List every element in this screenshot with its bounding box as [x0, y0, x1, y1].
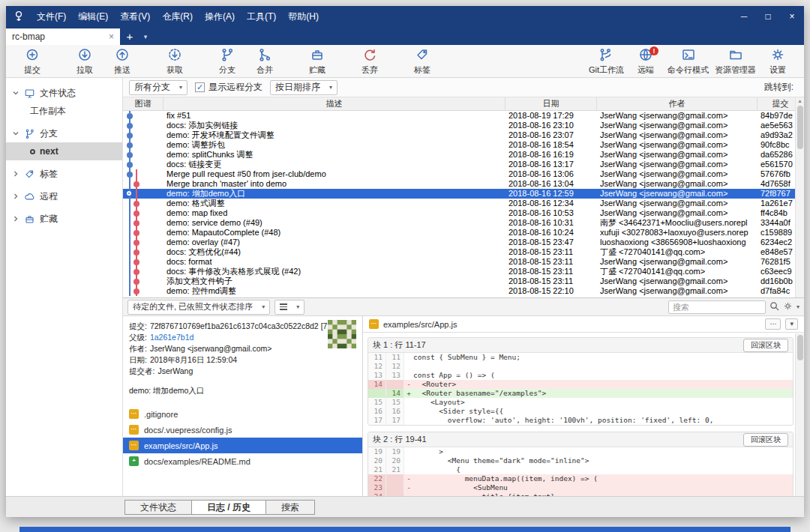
diff-scrollbar[interactable]: [795, 333, 804, 496]
scrollbar-thumb[interactable]: [797, 335, 803, 360]
commit-row[interactable]: demo: 开发环境配置文件调整 2018-08-16 23:07 JserWa…: [123, 130, 804, 140]
sidebar-section-tags[interactable]: 标签: [6, 165, 122, 183]
branch-button[interactable]: 分支: [208, 46, 246, 77]
history-scrollbar[interactable]: ▴: [795, 97, 804, 297]
sidebar-section-remotes[interactable]: 远程: [6, 187, 122, 205]
diff-line[interactable]: 11 11 const { SubMenu } = Menu;: [368, 353, 793, 362]
commit-row[interactable]: docs: 文档优化(#44) 2018-08-15 23:11 丁盛 <727…: [123, 247, 804, 257]
menu-item[interactable]: 帮助(H): [282, 6, 325, 27]
view-options-dropdown[interactable]: ▾: [274, 300, 304, 315]
menu-item[interactable]: 编辑(E): [72, 6, 114, 27]
diff-line[interactable]: 20 20 <Menu theme="dark" mode="inline">: [368, 456, 793, 465]
chevron-down-icon[interactable]: ▾: [796, 303, 800, 310]
commit-row[interactable]: demo: 增加demo入口 2018-08-16 12:59 JserWang…: [123, 189, 804, 199]
merge-button[interactable]: 合并: [246, 46, 284, 77]
column-header-description[interactable]: 描述: [164, 97, 506, 110]
diff-line[interactable]: 16 16 <Sider style={{: [368, 407, 793, 416]
file-row[interactable]: ··· docs/.vuepress/config.js: [123, 422, 362, 438]
diff-line[interactable]: 17 17 overflow: 'auto', height: '100vh',…: [368, 416, 793, 425]
menu-item[interactable]: 操作(A): [199, 6, 241, 27]
commit-row[interactable]: fix #51 2018-08-19 17:29 JserWang <jserw…: [123, 111, 804, 121]
diff-line[interactable]: 24 - title={item.text}: [368, 492, 793, 496]
commit-row[interactable]: docs: format 2018-08-15 23:11 JserWang <…: [123, 257, 804, 267]
diff-line[interactable]: 14 - <Router>: [368, 380, 793, 389]
diff-line[interactable]: 21 21 {: [368, 465, 793, 474]
settings-button[interactable]: 设置: [759, 46, 796, 77]
pull-button[interactable]: 拉取: [66, 46, 104, 77]
diff-options-caret[interactable]: ▾: [785, 318, 798, 330]
diff-line[interactable]: 19 19 >: [368, 447, 793, 456]
tag-button[interactable]: 标签: [404, 46, 441, 77]
checkbox-checked-icon[interactable]: ✓: [195, 82, 205, 92]
commit-row[interactable]: demo: 格式调整 2018-08-16 12:34 JserWang <js…: [123, 199, 804, 208]
discard-button[interactable]: 丢弃: [351, 46, 388, 77]
footer-tab[interactable]: 搜索: [266, 500, 315, 515]
commit-row[interactable]: demo: MapautoComplete (#48) 2018-08-16 1…: [123, 228, 804, 238]
scroll-up-icon[interactable]: ▴: [798, 97, 801, 104]
file-row[interactable]: + docs/examples/README.md: [123, 453, 362, 469]
repo-tab[interactable]: rc-bmap ×: [6, 28, 120, 45]
menu-item[interactable]: 查看(V): [114, 6, 156, 27]
terminal-button[interactable]: 命令行模式: [664, 46, 712, 77]
commit-row[interactable]: Merge branch 'master' into demo 2018-08-…: [123, 179, 804, 189]
pending-sort-dropdown[interactable]: 待定的文件, 已依照文件状态排序 ▾: [128, 300, 270, 315]
commit-row[interactable]: 添加文档文件钩子 2018-08-15 23:11 JserWang <jser…: [123, 276, 804, 286]
show-remote-checkbox-group[interactable]: ✓ 显示远程分支: [195, 81, 262, 94]
menu-item[interactable]: 仓库(R): [156, 6, 199, 27]
gear-icon[interactable]: [783, 301, 793, 312]
graph-line-main: [129, 228, 130, 238]
stash-button[interactable]: 贮藏: [298, 46, 336, 77]
branch-filter-dropdown[interactable]: 所有分支 ▾: [129, 80, 188, 95]
file-row[interactable]: ··· .gitignore: [123, 406, 362, 422]
sidebar-section-branches[interactable]: 分支: [6, 124, 122, 142]
fetch-button[interactable]: 获取: [156, 46, 194, 77]
footer-tab[interactable]: 日志 / 历史: [191, 500, 266, 515]
commit-row[interactable]: demo: 控件md调整 2018-08-15 22:10 JserWang <…: [123, 286, 804, 296]
tab-list-caret-icon[interactable]: ▾: [140, 28, 152, 45]
diff-line[interactable]: 12 12: [368, 362, 793, 371]
minimize-button[interactable]: ─: [732, 6, 756, 27]
revert-hunk-button[interactable]: 回滚区块: [743, 339, 788, 352]
footer-tab[interactable]: 文件状态: [124, 500, 192, 515]
close-button[interactable]: ×: [780, 6, 804, 27]
diff-line[interactable]: 22 - menuData.map((item, index) => (: [368, 474, 793, 483]
sidebar-section-file-status[interactable]: 文件状态: [6, 84, 122, 102]
commit-row[interactable]: docs: 事件修改为表格形式展现 (#42) 2018-08-15 23:11…: [123, 267, 804, 276]
commit-row[interactable]: demo: 调整拆包 2018-08-16 18:54 JserWang <js…: [123, 140, 804, 150]
sidebar-item-branch-next[interactable]: next: [6, 142, 122, 160]
parent-commit-link[interactable]: 1a261e7b1d: [150, 333, 194, 342]
push-button[interactable]: 推送: [104, 46, 141, 77]
commit-row[interactable]: demo: overlay (#47) 2018-08-15 23:47 luo…: [123, 238, 804, 247]
menu-item[interactable]: 文件(F): [31, 6, 72, 27]
diff-line[interactable]: 15 15 <Layout>: [368, 398, 793, 407]
diff-line[interactable]: 14 + <Router basename="/examples">: [368, 389, 793, 398]
column-header-author[interactable]: 作者: [597, 97, 758, 110]
commit-row[interactable]: Merge pull request #50 from jser-club/de…: [123, 169, 804, 179]
sidebar-item-working-copy[interactable]: 工作副本: [6, 102, 122, 120]
sort-order-dropdown[interactable]: 按日期排序 ▾: [270, 80, 338, 95]
new-tab-button[interactable]: +: [120, 28, 140, 45]
gitflow-button[interactable]: Git工作流: [586, 46, 627, 77]
commit-button[interactable]: 提交: [14, 46, 51, 77]
column-header-date[interactable]: 日期: [506, 97, 597, 110]
scrollbar-thumb[interactable]: [797, 106, 803, 149]
search-input[interactable]: [668, 300, 766, 314]
explorer-button[interactable]: 资源管理器: [712, 46, 759, 77]
revert-hunk-button[interactable]: 回滚区块: [743, 433, 788, 447]
commit-row[interactable]: docs: 链接变更 2018-08-16 13:17 JserWang <js…: [123, 160, 804, 169]
maximize-button[interactable]: □: [756, 6, 780, 27]
commit-row[interactable]: demo: splitChunks 调整 2018-08-16 16:19 Js…: [123, 150, 804, 160]
remote-button[interactable]: ! 远端: [627, 46, 664, 77]
diff-line[interactable]: 23 - <SubMenu: [368, 483, 793, 492]
file-row[interactable]: ··· examples/src/App.js: [123, 438, 362, 453]
commit-row[interactable]: docs: 添加实例链接 2018-08-16 23:10 JserWang <…: [123, 121, 804, 130]
commit-row[interactable]: demo: service demo (#49) 2018-08-16 10:3…: [123, 218, 804, 228]
sidebar-section-stashes[interactable]: 贮藏: [6, 210, 122, 228]
column-header-graph[interactable]: 图谱: [123, 97, 164, 110]
commit-row[interactable]: demo: map fixed 2018-08-16 10:53 JserWan…: [123, 208, 804, 218]
diff-line[interactable]: 13 13 const App = () => (: [368, 371, 793, 380]
tab-close-icon[interactable]: ×: [109, 31, 114, 42]
diff-more-button[interactable]: ⋯: [765, 318, 781, 330]
search-icon[interactable]: [770, 301, 779, 312]
menu-item[interactable]: 工具(T): [241, 6, 282, 27]
